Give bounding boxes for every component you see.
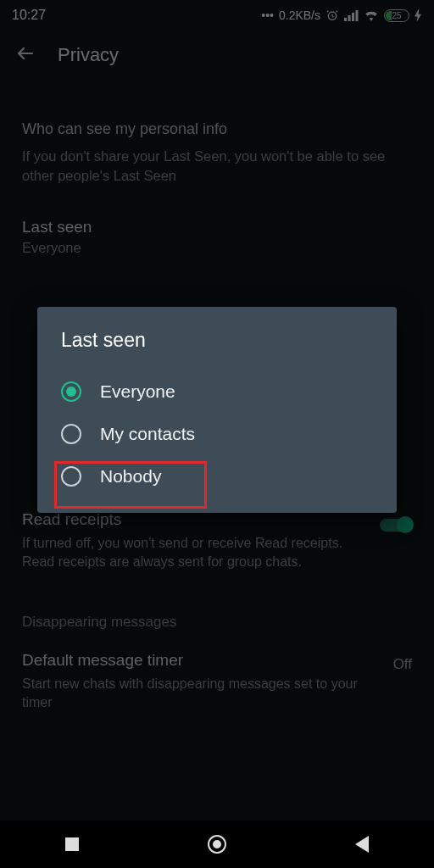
- svg-rect-4: [356, 10, 359, 21]
- back-arrow-icon[interactable]: [15, 43, 36, 67]
- dots-icon: •••: [261, 8, 274, 22]
- read-receipts-desc: If turned off, you won't send or receive…: [22, 534, 361, 571]
- charging-icon: [415, 9, 422, 22]
- home-button[interactable]: [190, 827, 244, 861]
- timer-desc: Start new chats with disappearing messag…: [22, 675, 361, 712]
- dialog-title: Last seen: [37, 329, 397, 370]
- last-seen-value: Everyone: [22, 240, 412, 256]
- disappearing-section-label: Disappearing messages: [22, 614, 412, 631]
- option-my-contacts[interactable]: My contacts: [37, 413, 397, 455]
- read-receipts-toggle[interactable]: [380, 515, 414, 534]
- svg-rect-1: [344, 18, 347, 21]
- clock: 10:27: [12, 8, 46, 23]
- radio-icon: [61, 381, 81, 402]
- radio-icon: [61, 424, 81, 444]
- read-receipts-item[interactable]: Read receipts If turned off, you won't s…: [22, 510, 412, 571]
- data-speed: 0.2KB/s: [279, 8, 320, 22]
- status-bar: 10:27 ••• 0.2KB/s 25: [0, 0, 434, 31]
- option-label: My contacts: [100, 424, 195, 444]
- page-title: Privacy: [58, 44, 119, 66]
- last-seen-item[interactable]: Last seen Everyone: [22, 218, 412, 256]
- signal-icon: [344, 9, 359, 21]
- system-nav-bar: [0, 821, 434, 868]
- timer-value: Off: [393, 656, 412, 673]
- back-button[interactable]: [335, 827, 389, 861]
- svg-rect-2: [348, 15, 351, 21]
- radio-icon: [61, 466, 81, 487]
- timer-title: Default message timer: [22, 651, 412, 670]
- option-everyone[interactable]: Everyone: [37, 370, 397, 413]
- last-seen-title: Last seen: [22, 218, 412, 236]
- default-timer-item[interactable]: Default message timer Start new chats wi…: [22, 651, 412, 712]
- alarm-icon: [326, 8, 339, 22]
- recents-button[interactable]: [45, 827, 99, 861]
- svg-rect-3: [352, 13, 354, 21]
- personal-info-subtext: If you don't share your Last Seen, you w…: [22, 147, 412, 186]
- personal-info-heading: Who can see my personal info: [22, 120, 412, 138]
- wifi-icon: [364, 9, 379, 21]
- battery-indicator: 25: [384, 9, 409, 22]
- last-seen-dialog: Last seen Everyone My contacts Nobody: [37, 307, 397, 513]
- app-bar: Privacy: [0, 31, 434, 80]
- option-label: Nobody: [100, 466, 161, 487]
- option-nobody[interactable]: Nobody: [37, 455, 397, 498]
- option-label: Everyone: [100, 381, 175, 402]
- read-receipts-title: Read receipts: [22, 510, 412, 529]
